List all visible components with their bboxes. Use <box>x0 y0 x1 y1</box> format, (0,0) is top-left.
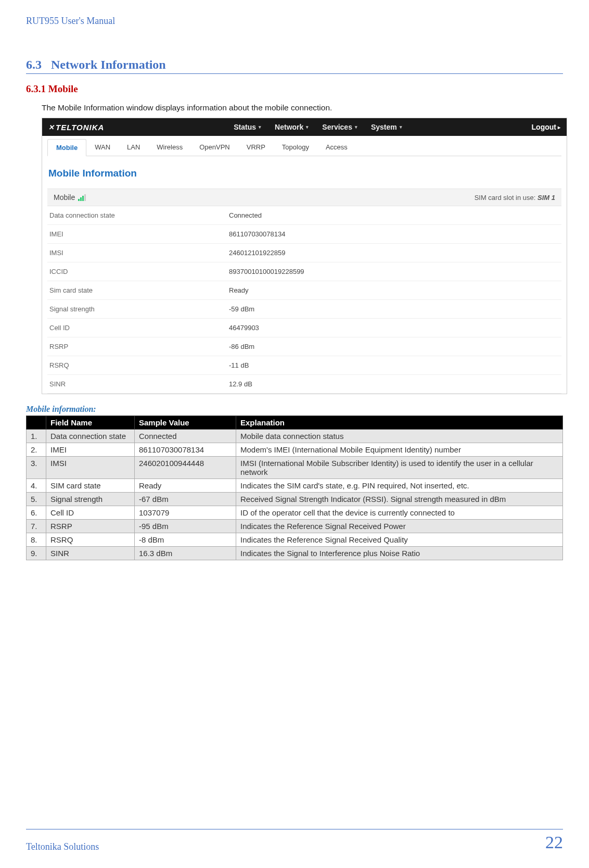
label: IMEI <box>49 230 229 238</box>
table-row: 7.RSRP-95 dBmIndicates the Reference Sig… <box>27 520 563 533</box>
label: Signal strength <box>49 305 229 313</box>
cell-explanation: IMSI (International Mobile Subscriber Id… <box>236 457 563 479</box>
cell-explanation: Mobile data connection status <box>236 430 563 443</box>
table-row: 8.RSRQ-8 dBmIndicates the Reference Sign… <box>27 533 563 547</box>
footer-divider <box>26 829 563 829</box>
cell-field: IMSI <box>46 457 135 479</box>
tab-vrrp[interactable]: VRRP <box>238 139 274 156</box>
table-row: 4.SIM card stateReadyIndicates the SIM c… <box>27 479 563 493</box>
col-number <box>27 416 46 430</box>
label: SINR <box>49 380 229 388</box>
section-divider <box>26 73 563 74</box>
col-field-name: Field Name <box>46 416 135 430</box>
footer-company: Teltonika Solutions <box>26 841 99 852</box>
value: -86 dBm <box>229 343 254 350</box>
nav-system[interactable]: System <box>371 123 402 131</box>
cell-sample: Ready <box>135 479 236 493</box>
tab-access[interactable]: Access <box>317 139 356 156</box>
cell-sample: 1037079 <box>135 506 236 520</box>
value: 46479903 <box>229 324 259 332</box>
row-imsi: IMSI246012101922859 <box>47 244 561 262</box>
cell-field: SIM card state <box>46 479 135 493</box>
brand-text: TELTONIKA <box>56 123 104 132</box>
cell-field: SINR <box>46 547 135 560</box>
cell-field: Signal strength <box>46 493 135 506</box>
value: Connected <box>229 211 262 219</box>
cell-num: 9. <box>27 547 46 560</box>
label: Sim card state <box>49 286 229 294</box>
section-heading: 6.3Network Information <box>26 58 563 72</box>
value: 12.9 dB <box>229 380 252 388</box>
label: ICCID <box>49 268 229 275</box>
cell-num: 5. <box>27 493 46 506</box>
page-title: Mobile Information <box>48 168 560 179</box>
sim-slot-prefix: SIM card slot in use: <box>475 194 537 202</box>
nav-services[interactable]: Services <box>322 123 357 131</box>
nav-status[interactable]: Status <box>234 123 261 131</box>
cell-sample: -8 dBm <box>135 533 236 547</box>
cell-field: Cell ID <box>46 506 135 520</box>
cell-num: 3. <box>27 457 46 479</box>
subsection-heading: 6.3.1 Mobile <box>26 83 563 95</box>
cell-num: 6. <box>27 506 46 520</box>
table-row: 2.IMEI861107030078134Modem's IMEI (Inter… <box>27 443 563 457</box>
cell-sample: -67 dBm <box>135 493 236 506</box>
cell-num: 8. <box>27 533 46 547</box>
table-caption: Mobile information: <box>26 405 563 414</box>
row-iccid: ICCID89370010100019228599 <box>47 262 561 281</box>
table-row: 9.SINR16.3 dBmIndicates the Signal to In… <box>27 547 563 560</box>
cell-explanation: Indicates the Reference Signal Received … <box>236 533 563 547</box>
signal-icon <box>78 194 86 201</box>
cell-explanation: Received Signal Strength Indicator (RSSI… <box>236 493 563 506</box>
cell-sample: Connected <box>135 430 236 443</box>
cell-sample: -95 dBm <box>135 520 236 533</box>
row-rsrq: RSRQ-11 dB <box>47 356 561 375</box>
logout-link[interactable]: Logout <box>532 123 560 131</box>
cell-field: RSRP <box>46 520 135 533</box>
cell-sample: 861107030078134 <box>135 443 236 457</box>
value: 246012101922859 <box>229 249 285 257</box>
tab-openvpn[interactable]: OpenVPN <box>191 139 238 156</box>
value: -11 dB <box>229 361 249 369</box>
page-number: 22 <box>545 833 563 852</box>
row-sinr: SINR12.9 dB <box>47 375 561 394</box>
document-header: RUT955 User's Manual <box>26 16 563 27</box>
cell-num: 1. <box>27 430 46 443</box>
label: RSRQ <box>49 361 229 369</box>
row-cell-id: Cell ID46479903 <box>47 319 561 337</box>
cell-num: 2. <box>27 443 46 457</box>
cell-sample: 16.3 dBm <box>135 547 236 560</box>
top-nav: Status Network Services System <box>234 123 402 131</box>
row-signal-strength: Signal strength-59 dBm <box>47 300 561 319</box>
value: -59 dBm <box>229 305 254 313</box>
nav-network[interactable]: Network <box>275 123 309 131</box>
cell-field: IMEI <box>46 443 135 457</box>
section-title: Network Information <box>51 58 166 71</box>
label: Cell ID <box>49 324 229 332</box>
reference-table: Field Name Sample Value Explanation 1.Da… <box>26 416 563 560</box>
intro-paragraph: The Mobile Information window displays i… <box>42 103 563 112</box>
tab-wireless[interactable]: Wireless <box>148 139 191 156</box>
cell-explanation: Indicates the Signal to Interference plu… <box>236 547 563 560</box>
cell-explanation: Indicates the Reference Signal Received … <box>236 520 563 533</box>
label: Data connection state <box>49 211 229 219</box>
col-sample-value: Sample Value <box>135 416 236 430</box>
row-data-connection-state: Data connection stateConnected <box>47 206 561 225</box>
table-row: 5.Signal strength-67 dBmReceived Signal … <box>27 493 563 506</box>
value: Ready <box>229 286 249 294</box>
table-header-row: Field Name Sample Value Explanation <box>27 416 563 430</box>
table-row: 1.Data connection stateConnectedMobile d… <box>27 430 563 443</box>
cell-num: 7. <box>27 520 46 533</box>
tab-mobile[interactable]: Mobile <box>47 139 86 156</box>
tab-bar: Mobile WAN LAN Wireless OpenVPN VRRP Top… <box>47 139 561 156</box>
section-number: 6.3 <box>26 58 42 71</box>
tab-topology[interactable]: Topology <box>274 139 317 156</box>
sim-slot-note: SIM card slot in use: SIM 1 <box>475 194 555 202</box>
cell-num: 4. <box>27 479 46 493</box>
brand[interactable]: ✕ TELTONIKA <box>48 123 104 132</box>
cell-explanation: Indicates the SIM card's state, e.g. PIN… <box>236 479 563 493</box>
app-screenshot: ✕ TELTONIKA Status Network Services Syst… <box>42 118 567 394</box>
row-imei: IMEI861107030078134 <box>47 225 561 244</box>
tab-lan[interactable]: LAN <box>119 139 148 156</box>
tab-wan[interactable]: WAN <box>86 139 119 156</box>
